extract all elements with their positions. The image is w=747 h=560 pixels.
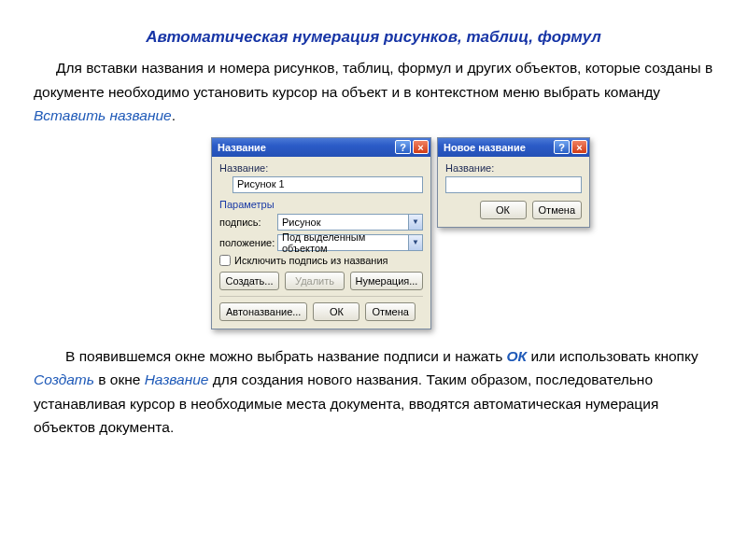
ok-button[interactable]: ОК <box>313 302 359 321</box>
position-label: положение: <box>219 237 277 248</box>
cancel-button[interactable]: Отмена <box>365 302 415 321</box>
delete-button[interactable]: Удалить <box>285 272 345 290</box>
close-icon[interactable]: × <box>571 140 587 154</box>
close-icon[interactable]: × <box>413 140 429 154</box>
titlebar: Название ? × <box>212 138 430 157</box>
help-icon[interactable]: ? <box>395 140 411 154</box>
name-label: Название: <box>445 162 582 174</box>
text: . <box>172 107 176 123</box>
position-value: Под выделенным объектом <box>278 231 408 254</box>
create-ref: Создать <box>34 371 94 387</box>
window-ref: Название <box>145 371 209 387</box>
text: или использовать кнопку <box>527 348 698 364</box>
text: Для вставки названия и номера рисунков, … <box>34 60 712 100</box>
text: В появившемся окне можно выбрать названи… <box>65 348 507 364</box>
page-heading: Автоматическая нумерация рисунков, табли… <box>34 28 713 47</box>
name-label: Название: <box>219 162 423 174</box>
params-header: Параметры <box>219 199 423 210</box>
ok-button[interactable]: ОК <box>480 201 527 219</box>
caption-dialog: Название ? × Название: Рисунок 1 Парамет… <box>211 137 431 329</box>
ok-ref: ОК <box>507 348 528 364</box>
text: в окне <box>94 371 145 387</box>
chevron-down-icon: ▼ <box>408 235 422 250</box>
command-name: Вставить название <box>34 107 172 123</box>
position-dropdown[interactable]: Под выделенным объектом ▼ <box>277 234 423 251</box>
caption-dropdown[interactable]: Рисунок ▼ <box>277 214 423 231</box>
intro-paragraph: Для вставки названия и номера рисунков, … <box>34 56 713 128</box>
cancel-button[interactable]: Отмена <box>532 201 582 219</box>
chevron-down-icon: ▼ <box>408 215 422 230</box>
separator <box>219 296 423 297</box>
new-caption-dialog: Новое название ? × Название: ОК Отмена <box>437 137 590 228</box>
help-icon[interactable]: ? <box>554 140 570 154</box>
window-title: Новое название <box>444 142 526 153</box>
autoname-button[interactable]: Автоназвание... <box>219 302 307 321</box>
exclude-checkbox[interactable]: Исключить подпись из названия <box>219 255 423 266</box>
numbering-button[interactable]: Нумерация... <box>350 272 423 290</box>
create-button[interactable]: Создать... <box>219 272 279 290</box>
name-input[interactable]: Рисунок 1 <box>233 176 423 193</box>
name-input[interactable] <box>445 176 582 193</box>
dialogs-row: Название ? × Название: Рисунок 1 Парамет… <box>211 137 713 329</box>
caption-label: подпись: <box>219 217 277 228</box>
titlebar: Новое название ? × <box>438 138 589 157</box>
caption-value: Рисунок <box>278 217 408 228</box>
exclude-label: Исключить подпись из названия <box>234 255 388 266</box>
window-title: Название <box>218 142 266 153</box>
outro-paragraph: В появившемся окне можно выбрать названи… <box>34 344 713 440</box>
checkbox-input[interactable] <box>219 255 231 266</box>
